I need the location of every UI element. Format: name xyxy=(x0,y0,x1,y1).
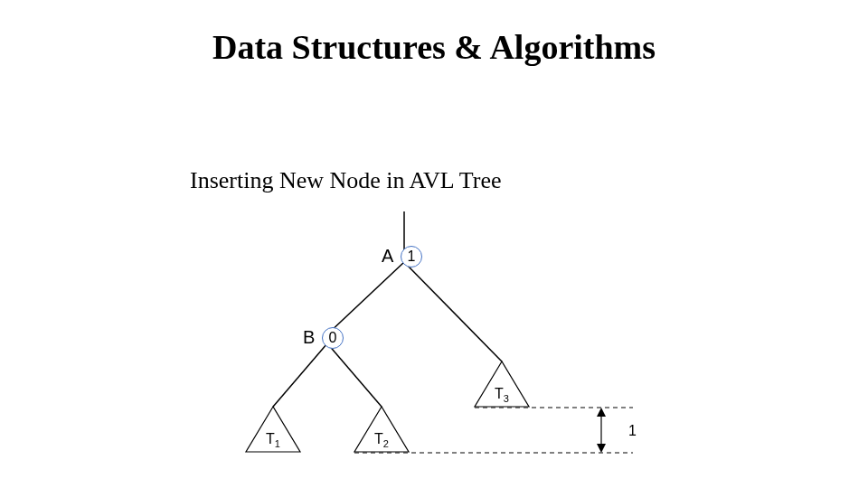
node-b-label: B xyxy=(303,327,315,348)
edge-b-to-t2 xyxy=(327,343,382,407)
node-a-balance-value: 1 xyxy=(408,249,416,265)
edge-a-to-b xyxy=(327,262,404,334)
subtree-t3-label: T3 xyxy=(495,386,509,404)
height-marker-arrow-down xyxy=(597,444,606,453)
subtree-t1-label: T1 xyxy=(266,431,280,449)
node-a-label: A xyxy=(382,246,393,267)
height-marker-value: 1 xyxy=(628,423,637,439)
node-b-balance-value: 0 xyxy=(329,330,337,346)
edge-b-to-t1 xyxy=(273,343,327,407)
height-marker-arrow-up xyxy=(597,408,606,417)
node-b-balance: 0 xyxy=(322,327,344,349)
slide: Data Structures & Algorithms Inserting N… xyxy=(0,0,868,488)
edge-a-to-t3 xyxy=(404,262,502,361)
avl-tree-diagram xyxy=(0,0,868,488)
subtree-t2-label: T2 xyxy=(374,431,389,449)
node-a-balance: 1 xyxy=(401,246,422,267)
